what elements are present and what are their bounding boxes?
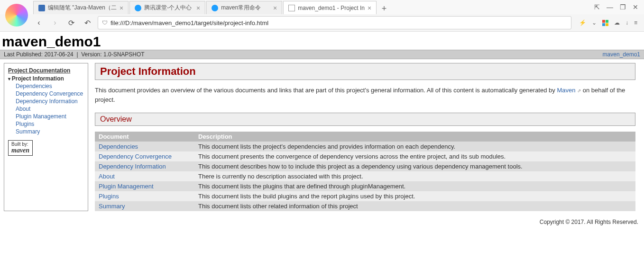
page-heading-box: Project Information	[95, 63, 635, 80]
doc-link[interactable]: Plugins	[99, 193, 119, 200]
sidebar-item-plugin-mgmt[interactable]: Plugin Management	[8, 113, 84, 120]
window-controls: ⇱ — ❐ ✕	[589, 3, 644, 11]
favicon-icon	[38, 5, 45, 11]
tab-label: 腾讯课堂-个人中心	[144, 4, 193, 12]
sidebar-item-plugins[interactable]: Plugins	[8, 120, 84, 128]
maven-link[interactable]: Maven	[557, 87, 575, 94]
reload-button[interactable]: ⟳	[65, 17, 77, 28]
titlebar: 编辑随笔 "Java-Maven（二 × 腾讯课堂-个人中心 × maven常用…	[0, 0, 644, 14]
doc-link[interactable]: Dependencies	[99, 143, 138, 150]
tab-1[interactable]: 腾讯课堂-个人中心 ×	[129, 1, 205, 14]
footer: Copyright © 2017. All Rights Reserved.	[0, 215, 644, 229]
intro-pre: This document provides an overview of th…	[95, 87, 557, 94]
sidebar-item-dependencies[interactable]: Dependencies	[8, 82, 84, 90]
site-content: maven_demo1 Last Published: 2017-06-24 |…	[0, 32, 644, 229]
doc-description: This document describes how to to includ…	[194, 161, 635, 171]
doc-description: This document lists other related inform…	[194, 201, 635, 211]
chevron-down-icon[interactable]: ⌄	[592, 19, 597, 26]
tab-0[interactable]: 编辑随笔 "Java-Maven（二 ×	[33, 1, 129, 14]
sidebar-item-dep-information[interactable]: Dependency Information	[8, 98, 84, 105]
cloud-icon[interactable]: ☁	[614, 19, 620, 26]
doc-link[interactable]: Summary	[99, 203, 125, 210]
address-bar: ‹ › ⟳ ↶ 🛡 ⚡ ⌄ ☁ ↓ ≡	[29, 14, 644, 31]
main-content: Project Information This document provid…	[95, 63, 640, 211]
window-close-icon[interactable]: ✕	[633, 3, 638, 11]
tab-label: maven_demo1 - Project In	[298, 5, 365, 11]
breadcrumb: Last Published: 2017-06-24 | Version: 1.…	[0, 50, 644, 59]
version-value: 1.0-SNAPSHOT	[103, 51, 145, 58]
sidebar-item-dep-convergence[interactable]: Dependency Convergence	[8, 90, 84, 98]
menu-icon[interactable]: ≡	[634, 19, 637, 26]
download-icon[interactable]: ↓	[626, 19, 628, 26]
minimize-icon[interactable]: —	[607, 3, 613, 11]
tabs-row: 编辑随笔 "Java-Maven（二 × 腾讯课堂-个人中心 × maven常用…	[33, 0, 589, 14]
table-row: SummaryThis document lists other related…	[95, 201, 635, 211]
doc-link[interactable]: About	[99, 173, 115, 180]
table-row: PluginsThis document lists the build plu…	[95, 191, 635, 201]
overview-title: Overview	[100, 115, 630, 124]
close-icon[interactable]: ×	[368, 4, 371, 12]
built-by-label: Built by:	[11, 142, 28, 147]
doc-link[interactable]: Dependency Information	[99, 163, 166, 170]
forward-button[interactable]: ›	[49, 17, 61, 28]
table-row: AboutThere is currently no description a…	[95, 171, 635, 181]
sidebar: Project Documentation Project Informatio…	[4, 63, 88, 211]
page-title: Project Information	[100, 65, 630, 78]
table-row: Dependency ConvergenceThis document pres…	[95, 151, 635, 161]
sidebar-current[interactable]: Project Information	[8, 75, 84, 82]
file-icon	[288, 5, 295, 11]
table-row: DependenciesThis document lists the proj…	[95, 142, 635, 151]
doc-link[interactable]: Dependency Convergence	[99, 153, 172, 160]
doc-description: There is currently no description associ…	[194, 171, 635, 181]
doc-description: This document lists the project's depend…	[194, 142, 635, 151]
url-input[interactable]	[110, 19, 567, 27]
maven-logo-text: maven	[11, 147, 29, 154]
flash-icon[interactable]: ⚡	[579, 19, 586, 26]
pin-icon[interactable]: ⇱	[594, 3, 600, 11]
addrbar-right: ⚡ ⌄ ☁ ↓ ≡	[576, 19, 640, 26]
doc-link[interactable]: Plugin Management	[99, 183, 154, 190]
doc-description: This document lists the build plugins an…	[194, 191, 635, 201]
copyright: Copyright © 2017. All Rights Reserved.	[540, 219, 638, 225]
close-icon[interactable]: ×	[273, 4, 277, 12]
shield-icon: 🛡	[102, 19, 108, 26]
restore-icon[interactable]: ❐	[620, 3, 626, 11]
banner: maven_demo1	[0, 32, 644, 50]
url-box[interactable]: 🛡	[98, 16, 571, 29]
col-description: Description	[194, 132, 635, 142]
breadcrumb-right: maven_demo1	[603, 51, 640, 58]
favicon-icon	[212, 5, 218, 11]
overview-table: Document Description DependenciesThis do…	[95, 132, 635, 211]
project-title: maven_demo1	[2, 34, 642, 50]
doc-description: This document lists the plugins that are…	[194, 181, 635, 191]
tab-label: maven常用命令	[221, 4, 270, 12]
sidebar-heading: Project Documentation	[8, 67, 84, 74]
sidebar-item-summary[interactable]: Summary	[8, 128, 84, 135]
col-document: Document	[95, 132, 194, 142]
tab-3[interactable]: maven_demo1 - Project In ×	[283, 1, 377, 14]
close-icon[interactable]: ×	[196, 4, 200, 12]
favicon-icon	[135, 5, 141, 11]
maven-badge[interactable]: Built by: maven	[8, 140, 33, 156]
doc-description: This document presents the convergence o…	[194, 151, 635, 161]
table-row: Dependency InformationThis document desc…	[95, 161, 635, 171]
browser-chrome: 编辑随笔 "Java-Maven（二 × 腾讯课堂-个人中心 × maven常用…	[0, 0, 644, 32]
browser-logo[interactable]	[2, 1, 31, 29]
overview-heading-box: Overview	[95, 113, 635, 126]
breadcrumb-left: Last Published: 2017-06-24 | Version: 1.…	[4, 51, 145, 58]
tab-label: 编辑随笔 "Java-Maven（二	[48, 4, 117, 12]
version-label: Version:	[81, 51, 101, 58]
external-link-icon: ⇗	[577, 88, 581, 93]
last-published-label: Last Published:	[4, 51, 43, 58]
new-tab-button[interactable]: +	[377, 3, 391, 14]
intro-paragraph: This document provides an overview of th…	[95, 86, 635, 104]
last-published-value: 2017-06-24	[44, 51, 73, 58]
apps-icon[interactable]	[602, 20, 608, 26]
breadcrumb-project-link[interactable]: maven_demo1	[603, 51, 640, 58]
close-icon[interactable]: ×	[120, 4, 123, 12]
undo-button[interactable]: ↶	[82, 17, 93, 28]
sidebar-item-about[interactable]: About	[8, 105, 84, 113]
table-row: Plugin ManagementThis document lists the…	[95, 181, 635, 191]
tab-2[interactable]: maven常用命令 ×	[206, 1, 282, 14]
back-button[interactable]: ‹	[33, 17, 45, 28]
